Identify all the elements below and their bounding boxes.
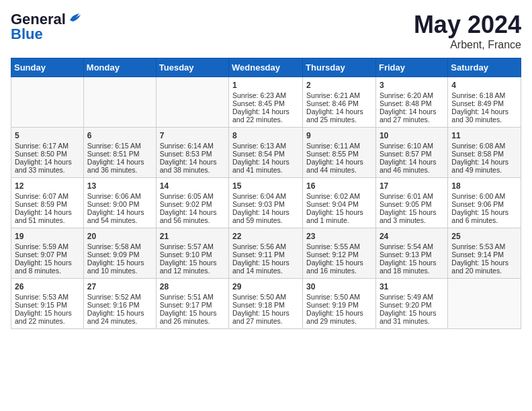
sunrise-text: Sunrise: 5:55 AM (306, 242, 372, 250)
day-number: 16 (306, 181, 372, 191)
daylight-text: Daylight: 15 hours and 22 minutes. (15, 309, 80, 325)
weekday-header-monday: Monday (83, 58, 156, 77)
day-number: 14 (160, 181, 225, 191)
sunset-text: Sunset: 8:57 PM (380, 150, 444, 158)
daylight-text: Daylight: 15 hours and 18 minutes. (380, 259, 444, 275)
sunset-text: Sunset: 9:16 PM (87, 301, 152, 309)
calendar-cell (83, 77, 156, 128)
calendar-cell: 9Sunrise: 6:11 AMSunset: 8:55 PMDaylight… (303, 128, 376, 178)
week-row-4: 19Sunrise: 5:59 AMSunset: 9:07 PMDayligh… (11, 228, 521, 279)
sunrise-text: Sunrise: 6:10 AM (380, 142, 444, 150)
daylight-text: Daylight: 15 hours and 14 minutes. (232, 259, 299, 275)
sunset-text: Sunset: 9:12 PM (306, 250, 372, 259)
calendar-cell: 18Sunrise: 6:00 AMSunset: 9:06 PMDayligh… (448, 178, 521, 228)
day-number: 5 (15, 131, 80, 140)
logo: General Blue (11, 11, 82, 43)
sunset-text: Sunset: 8:54 PM (232, 150, 299, 158)
sunrise-text: Sunrise: 5:50 AM (306, 293, 372, 301)
sunrise-text: Sunrise: 6:02 AM (306, 192, 372, 200)
sunset-text: Sunset: 9:11 PM (232, 250, 299, 259)
daylight-text: Daylight: 15 hours and 10 minutes. (87, 259, 152, 275)
day-number: 18 (451, 181, 517, 191)
day-number: 29 (232, 282, 299, 291)
sunrise-text: Sunrise: 5:52 AM (87, 293, 152, 301)
day-number: 2 (306, 81, 372, 90)
sunset-text: Sunset: 9:13 PM (380, 250, 444, 259)
sunset-text: Sunset: 8:53 PM (160, 150, 225, 158)
sunset-text: Sunset: 8:58 PM (451, 150, 517, 158)
daylight-text: Daylight: 15 hours and 24 minutes. (87, 309, 152, 325)
sunset-text: Sunset: 9:06 PM (451, 200, 517, 208)
calendar-cell: 26Sunrise: 5:53 AMSunset: 9:15 PMDayligh… (11, 279, 84, 329)
calendar-cell (11, 77, 84, 128)
day-number: 26 (15, 282, 80, 291)
sunrise-text: Sunrise: 6:13 AM (232, 142, 299, 150)
calendar-cell: 22Sunrise: 5:56 AMSunset: 9:11 PMDayligh… (229, 228, 303, 279)
sunrise-text: Sunrise: 6:07 AM (15, 192, 80, 200)
sunset-text: Sunset: 8:55 PM (306, 150, 372, 158)
calendar-cell: 4Sunrise: 6:18 AMSunset: 8:49 PMDaylight… (448, 77, 521, 128)
day-number: 27 (87, 282, 152, 291)
calendar-body: 1Sunrise: 6:23 AMSunset: 8:45 PMDaylight… (11, 77, 521, 329)
day-number: 25 (451, 232, 517, 241)
calendar-cell: 19Sunrise: 5:59 AMSunset: 9:07 PMDayligh… (11, 228, 84, 279)
daylight-text: Daylight: 14 hours and 41 minutes. (232, 158, 299, 174)
sunset-text: Sunset: 9:15 PM (15, 301, 80, 309)
day-number: 6 (87, 131, 152, 140)
day-number: 12 (15, 181, 80, 191)
daylight-text: Daylight: 15 hours and 8 minutes. (15, 259, 80, 275)
weekday-header-sunday: Sunday (11, 58, 84, 77)
day-number: 9 (306, 131, 372, 140)
week-row-3: 12Sunrise: 6:07 AMSunset: 8:59 PMDayligh… (11, 178, 521, 228)
daylight-text: Daylight: 15 hours and 26 minutes. (160, 309, 225, 325)
sunset-text: Sunset: 8:48 PM (380, 99, 444, 107)
day-number: 19 (15, 232, 80, 241)
daylight-text: Daylight: 14 hours and 38 minutes. (160, 158, 225, 174)
sunset-text: Sunset: 8:51 PM (87, 150, 152, 158)
day-number: 17 (380, 181, 444, 191)
weekday-header-wednesday: Wednesday (229, 58, 303, 77)
day-number: 23 (306, 232, 372, 241)
sunrise-text: Sunrise: 5:59 AM (15, 242, 80, 250)
sunrise-text: Sunrise: 5:53 AM (15, 293, 80, 301)
daylight-text: Daylight: 15 hours and 6 minutes. (451, 208, 517, 224)
calendar-cell: 21Sunrise: 5:57 AMSunset: 9:10 PMDayligh… (156, 228, 228, 279)
day-number: 1 (232, 81, 299, 90)
calendar-cell: 11Sunrise: 6:08 AMSunset: 8:58 PMDayligh… (448, 128, 521, 178)
calendar-cell: 7Sunrise: 6:14 AMSunset: 8:53 PMDaylight… (156, 128, 228, 178)
sunrise-text: Sunrise: 6:04 AM (232, 192, 299, 200)
week-row-5: 26Sunrise: 5:53 AMSunset: 9:15 PMDayligh… (11, 279, 521, 329)
day-number: 13 (87, 181, 152, 191)
day-number: 22 (232, 232, 299, 241)
sunrise-text: Sunrise: 6:20 AM (380, 91, 444, 99)
sunrise-text: Sunrise: 5:51 AM (160, 293, 225, 301)
daylight-text: Daylight: 14 hours and 44 minutes. (306, 158, 372, 174)
day-number: 8 (232, 131, 299, 140)
daylight-text: Daylight: 14 hours and 22 minutes. (232, 107, 299, 124)
logo-bird-icon (67, 11, 82, 26)
calendar-cell: 6Sunrise: 6:15 AMSunset: 8:51 PMDaylight… (83, 128, 156, 178)
calendar-cell: 2Sunrise: 6:21 AMSunset: 8:46 PMDaylight… (303, 77, 376, 128)
weekday-header-row: SundayMondayTuesdayWednesdayThursdayFrid… (11, 58, 521, 77)
day-number: 30 (306, 282, 372, 291)
calendar-cell (448, 279, 521, 329)
sunrise-text: Sunrise: 5:56 AM (232, 242, 299, 250)
daylight-text: Daylight: 14 hours and 56 minutes. (160, 208, 225, 224)
day-number: 11 (451, 131, 517, 140)
sunset-text: Sunset: 9:20 PM (380, 301, 444, 309)
daylight-text: Daylight: 15 hours and 12 minutes. (160, 259, 225, 275)
sunset-text: Sunset: 9:04 PM (306, 200, 372, 208)
calendar-table: SundayMondayTuesdayWednesdayThursdayFrid… (11, 58, 521, 329)
calendar-cell: 10Sunrise: 6:10 AMSunset: 8:57 PMDayligh… (375, 128, 447, 178)
sunrise-text: Sunrise: 5:54 AM (380, 242, 444, 250)
calendar-cell: 31Sunrise: 5:49 AMSunset: 9:20 PMDayligh… (375, 279, 447, 329)
day-number: 20 (87, 232, 152, 241)
calendar-cell: 13Sunrise: 6:06 AMSunset: 9:00 PMDayligh… (83, 178, 156, 228)
sunrise-text: Sunrise: 6:23 AM (232, 91, 299, 99)
week-row-2: 5Sunrise: 6:17 AMSunset: 8:50 PMDaylight… (11, 128, 521, 178)
daylight-text: Daylight: 14 hours and 51 minutes. (15, 208, 80, 224)
weekday-header-tuesday: Tuesday (156, 58, 228, 77)
day-number: 21 (160, 232, 225, 241)
sunset-text: Sunset: 9:18 PM (232, 301, 299, 309)
calendar-cell: 27Sunrise: 5:52 AMSunset: 9:16 PMDayligh… (83, 279, 156, 329)
